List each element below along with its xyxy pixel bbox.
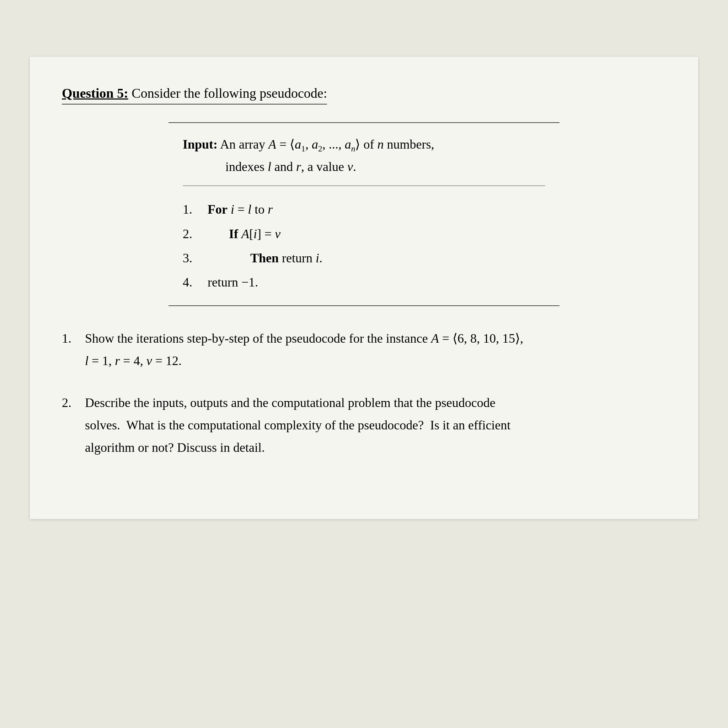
sub-question-1: 1. Show the iterations step-by-step of t… [62,327,666,372]
step-1-text: For i = l to r [208,197,273,222]
step-4-number: 4. [183,270,208,294]
sub-question-2: 2. Describe the inputs, outputs and the … [62,392,666,459]
sub-question-1-row: 1. Show the iterations step-by-step of t… [62,327,666,350]
input-label: Input: [183,137,217,151]
step-3-text: Then return i. [208,246,323,270]
sub-q1-number: 1. [62,327,85,350]
step-2-text: If A[i] = v [208,222,280,246]
pseudocode-step-4: 4. return −1. [183,270,545,294]
question-header: Question 5: Consider the following pseud… [62,85,327,104]
pseudocode-step-2: 2. If A[i] = v [183,222,545,246]
pseudocode-steps: 1. For i = l to r 2. If A[i] = v 3. Then… [183,194,545,295]
sub-q2-line2: solves. What is the computational comple… [85,414,666,436]
sub-q1-line1: Show the iterations step-by-step of the … [85,327,523,350]
input-line-2: indexes l and r, a value v. [183,156,545,178]
step-3-number: 3. [183,246,208,270]
sub-q2-line1: Describe the inputs, outputs and the com… [85,392,666,414]
pseudocode-step-1: 1. For i = l to r [183,197,545,222]
sub-q2-number: 2. [62,392,85,414]
page-container: Question 5: Consider the following pseud… [30,57,698,519]
step-4-text: return −1. [208,270,258,294]
sub-q1-line2: l = 1, r = 4, v = 12. [62,350,666,372]
question-body: 1. Show the iterations step-by-step of t… [62,327,666,459]
sub-q2-text: Describe the inputs, outputs and the com… [85,392,666,459]
input-line-1: Input: An array A = ⟨a1, a2, ..., an⟩ of… [183,134,545,156]
step-2-number: 2. [183,222,208,246]
pseudocode-input-section: Input: An array A = ⟨a1, a2, ..., an⟩ of… [183,134,545,186]
pseudocode-box: Input: An array A = ⟨a1, a2, ..., an⟩ of… [168,122,560,306]
question-header-text: Consider the following pseudocode: [128,86,327,101]
pseudocode-step-3: 3. Then return i. [183,246,545,270]
input-text-1: An array A = ⟨a1, a2, ..., an⟩ of n numb… [220,137,434,151]
step-1-number: 1. [183,197,208,222]
question-number-label: Question 5: [62,86,128,101]
sub-q2-line3: algorithm or not? Discuss in detail. [85,436,666,459]
sub-question-2-row: 2. Describe the inputs, outputs and the … [62,392,666,459]
